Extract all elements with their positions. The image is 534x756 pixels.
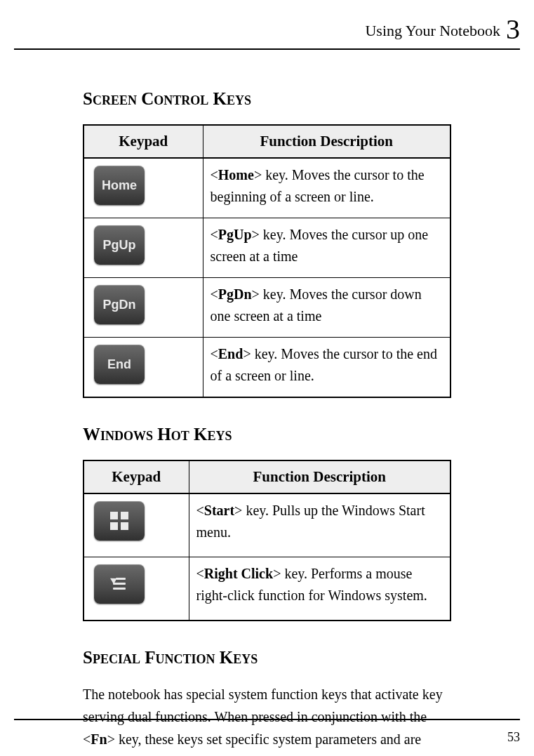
table-header-keypad: Keypad (84, 125, 203, 158)
context-menu-key-icon (94, 564, 145, 604)
pgdn-key-icon: PgDn (94, 285, 145, 324)
table-header-desc: Function Description (203, 125, 450, 158)
key-description: <PgUp> key. Moves the cursor up one scre… (203, 218, 450, 278)
table-header-desc: Function Description (189, 460, 450, 493)
key-description: <PgDn> key. Moves the cursor down one sc… (203, 278, 450, 338)
windows-key-icon (94, 501, 145, 541)
section-title-screen-control: Screen Control Keys (83, 89, 451, 109)
table-header-keypad: Keypad (84, 460, 189, 493)
section-title-special-function: Special Function Keys (83, 648, 451, 668)
screen-control-table: Keypad Function Description Home <Home> … (83, 124, 451, 398)
pgup-key-icon: PgUp (94, 225, 145, 265)
page-footer: 53 (14, 719, 520, 745)
chapter-number: 3 (506, 13, 520, 45)
key-description: <Start> key. Pulls up the Windows Start … (189, 493, 450, 557)
table-row: PgUp <PgUp> key. Moves the cursor up one… (84, 218, 450, 278)
header-title: Using Your Notebook (365, 22, 500, 39)
table-row: PgDn <PgDn> key. Moves the cursor down o… (84, 278, 450, 338)
key-description: <Right Click> key. Performs a mouse righ… (189, 557, 450, 621)
table-row: <Right Click> key. Performs a mouse righ… (84, 557, 450, 621)
home-key-icon: Home (94, 166, 145, 205)
key-description: <End> key. Moves the cursor to the end o… (203, 338, 450, 398)
page-number: 53 (507, 730, 520, 744)
table-row: Home <Home> key. Moves the cursor to the… (84, 158, 450, 218)
page-header: Using Your Notebook 3 (14, 13, 520, 50)
table-row: <Start> key. Pulls up the Windows Start … (84, 493, 450, 557)
table-row: End <End> key. Moves the cursor to the e… (84, 338, 450, 398)
windows-hot-table: Keypad Function Description <Start> key. (83, 460, 451, 621)
end-key-icon: End (94, 345, 145, 384)
section-title-windows-hot: Windows Hot Keys (83, 425, 451, 444)
key-description: <Home> key. Moves the cursor to the begi… (203, 158, 450, 218)
